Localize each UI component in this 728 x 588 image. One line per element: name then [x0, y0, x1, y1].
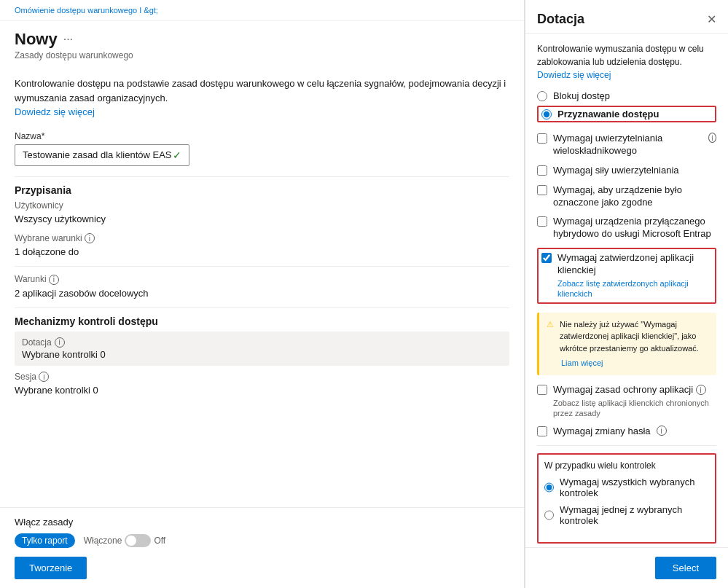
multiple-controls-title: W przypadku wielu kontrolek	[544, 460, 709, 471]
close-icon[interactable]: ✕	[707, 12, 716, 26]
conditions-info-icon[interactable]: i	[85, 233, 95, 243]
right-panel: Dotacja ✕ Kontrolowanie wymuszania dostę…	[525, 0, 728, 588]
checkbox-compliant-device: Wymagaj, aby urządzenie było oznaczone j…	[537, 184, 716, 209]
warning-icon: ⚠	[547, 318, 554, 331]
session-label: Sesja i	[15, 372, 509, 383]
require-all-radio-input[interactable]	[544, 482, 554, 493]
left-panel: Omówienie dostępu warunkowego I &gt; Now…	[0, 0, 525, 588]
toggle-row: Tylko raport Włączone Off	[15, 533, 509, 548]
right-panel-title: Dotacja	[537, 12, 584, 27]
grant-section: Dotacja i Wybrane kontrolki 0	[15, 332, 509, 366]
footer-area: Włącz zasady Tylko raport Włączone Off T…	[0, 507, 524, 588]
require-one-label: Wymagaj jednej z wybranych kontrolek	[560, 504, 709, 526]
checkbox-auth-strength: Wymagaj siły uwierzytelniania	[537, 165, 716, 177]
toggle-off-group: Włączone Off	[84, 534, 165, 547]
multiple-controls-section: W przypadku wielu kontrolek Wymagaj wszy…	[537, 453, 716, 544]
users-label: Użytkownicy	[15, 200, 509, 211]
enable-policy-label: Włącz zasady	[15, 517, 509, 528]
create-button[interactable]: Tworzenie	[15, 557, 87, 579]
session-info-icon[interactable]: i	[39, 372, 49, 382]
block-access-label: Blokuj dostęp	[553, 90, 610, 101]
checkbox-app-policy-label: Wymagaj zasad ochrony aplikacji i	[553, 384, 706, 396]
name-input[interactable]: Testowanie zasad dla klientów EAS ✓	[15, 144, 189, 166]
block-access-radio-input[interactable]	[537, 91, 547, 101]
checkbox-mfa: Wymagaj uwierzytelniania wieloskładnikow…	[537, 133, 716, 157]
checkbox-compliant-device-input[interactable]	[537, 185, 547, 195]
grant-label: Dotacja i	[22, 337, 502, 348]
right-panel-body: Kontrolowanie wymuszania dostępu w celu …	[525, 34, 728, 547]
conditions-field: Wybrane warunki i 1 dołączone do	[15, 233, 509, 259]
multiple-controls-radio-group: Wymagaj wszystkich wybranych kontrolek W…	[544, 477, 709, 526]
checkbox-app-policy-info-icon[interactable]: i	[696, 385, 706, 395]
resources-field: Warunki i 2 aplikacji zasobów docelowych	[15, 274, 509, 300]
require-all-radio[interactable]: Wymagaj wszystkich wybranych kontrolek	[544, 477, 709, 498]
checkbox-mfa-input[interactable]	[537, 133, 547, 144]
checkbox-approved-app-input[interactable]	[541, 253, 552, 263]
checkbox-auth-strength-label: Wymagaj siły uwierzytelniania	[553, 165, 679, 177]
checkmark-icon: ✓	[173, 149, 181, 161]
right-description: Kontrolowanie wymuszania dostępu w celu …	[537, 42, 716, 82]
page-header: Nowy ··· Zasady dostępu warunkowego	[0, 21, 524, 65]
access-type-radio-group: Blokuj dostęp Przyznawanie dostępu	[537, 90, 716, 122]
select-button[interactable]: Select	[655, 557, 716, 579]
checkbox-app-policy-input[interactable]	[537, 385, 547, 395]
intro-learn-more-link[interactable]: Dowiedz się więcej	[15, 106, 95, 117]
checkbox-hybrid-device-input[interactable]	[537, 216, 547, 227]
grant-access-radio-input[interactable]	[541, 109, 552, 119]
checkbox-hybrid-device: Wymagaj urządzenia przyłączanego hybrydo…	[537, 216, 716, 240]
name-label: Nazwa*	[15, 131, 509, 141]
checkbox-auth-strength-input[interactable]	[537, 165, 547, 176]
grant-checkboxes: Wymagaj uwierzytelniania wieloskładnikow…	[537, 133, 716, 304]
grant-access-radio[interactable]: Przyznawanie dostępu	[537, 106, 716, 122]
checkbox-password-change-input[interactable]	[537, 426, 547, 436]
intro-text: Kontrolowanie dostępu na podstawie zasad…	[15, 77, 509, 119]
warning-text: Nie należy już używać "Wymagaj zatwierdz…	[560, 318, 709, 355]
resources-info-icon[interactable]: i	[49, 275, 59, 285]
checkbox-mfa-info-icon[interactable]: i	[708, 133, 716, 143]
users-field: Użytkownicy Wszyscy użytkownicy	[15, 200, 509, 226]
page-subtitle: Zasady dostępu warunkowego	[15, 50, 509, 60]
session-value[interactable]: Wybrane kontrolki 0	[15, 383, 509, 397]
users-value[interactable]: Wszyscy użytkownicy	[15, 212, 509, 226]
require-one-radio-input[interactable]	[544, 510, 554, 520]
checkbox-approved-app-label: Wymagaj zatwierdzonej aplikacji kliencki…	[557, 252, 712, 277]
assignments-title: Przypisania	[15, 184, 509, 196]
require-one-radio[interactable]: Wymagaj jednej z wybranych kontrolek	[544, 504, 709, 526]
checkbox-mfa-label: Wymagaj uwierzytelniania wieloskładnikow…	[553, 133, 702, 157]
main-content: Kontrolowanie dostępu na podstawie zasad…	[0, 65, 524, 507]
block-access-radio[interactable]: Blokuj dostęp	[537, 90, 716, 101]
name-field-section: Nazwa* Testowanie zasad dla klientów EAS…	[15, 131, 509, 166]
report-only-button[interactable]: Tylko raport	[15, 533, 75, 548]
session-field: Sesja i Wybrane kontrolki 0	[15, 372, 509, 398]
page-title: Nowy	[15, 30, 58, 49]
conditions-label: Wybrane warunki i	[15, 233, 509, 244]
warning-box: ⚠ Nie należy już używać "Wymagaj zatwier…	[537, 313, 716, 375]
access-controls-title: Mechanizmy kontroli dostępu	[15, 315, 509, 327]
right-panel-header: Dotacja ✕	[525, 0, 728, 34]
checkbox-approved-app: Wymagaj zatwierdzonej aplikacji kliencki…	[537, 248, 716, 303]
resources-value[interactable]: 2 aplikacji zasobów docelowych	[15, 286, 509, 300]
checkbox-password-change-info-icon[interactable]: i	[657, 426, 667, 436]
more-options-icon[interactable]: ···	[63, 33, 73, 46]
conditions-value[interactable]: 1 dołączone do	[15, 245, 509, 259]
grant-access-label: Przyznawanie dostępu	[557, 109, 659, 119]
checkbox-approved-app-sub: Zobacz listę zatwierdzonych aplikacji kl…	[557, 278, 712, 299]
grant-value[interactable]: Wybrane kontrolki 0	[22, 349, 502, 360]
checkbox-app-policy-sub: Zobacz listę aplikacji klienckich chroni…	[553, 398, 716, 419]
right-panel-footer: Select	[525, 547, 728, 588]
breadcrumb[interactable]: Omówienie dostępu warunkowego I &gt;	[0, 0, 524, 21]
grant-info-icon[interactable]: i	[55, 337, 65, 348]
checkbox-hybrid-device-label: Wymagaj urządzenia przyłączanego hybrydo…	[553, 216, 716, 240]
checkbox-app-policy: Wymagaj zasad ochrony aplikacji i Zobacz…	[537, 384, 716, 418]
resources-label: Warunki i	[15, 274, 509, 285]
warning-learn-more-link[interactable]: Liam więcej	[561, 358, 603, 367]
on-off-toggle[interactable]	[125, 534, 151, 547]
checkbox-password-change-label: Wymagaj zmiany hasła	[553, 426, 651, 438]
require-all-label: Wymagaj wszystkich wybranych kontrolek	[560, 477, 709, 498]
checkbox-compliant-device-label: Wymagaj, aby urządzenie było oznaczone j…	[553, 184, 716, 209]
checkbox-password-change: Wymagaj zmiany hasła i	[537, 426, 716, 438]
right-learn-more-link[interactable]: Dowiedz się więcej	[537, 70, 611, 80]
